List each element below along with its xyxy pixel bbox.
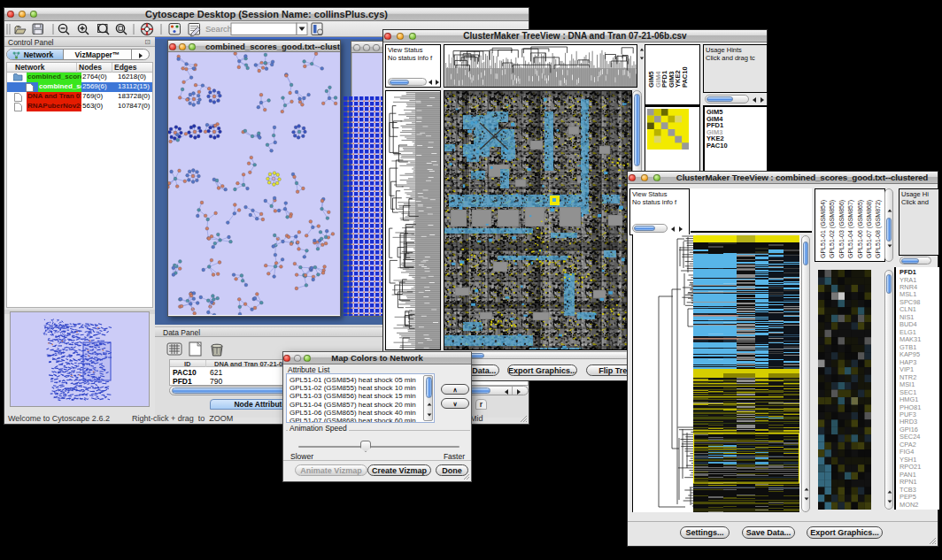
- svg-text:Search:: Search:: [205, 24, 235, 34]
